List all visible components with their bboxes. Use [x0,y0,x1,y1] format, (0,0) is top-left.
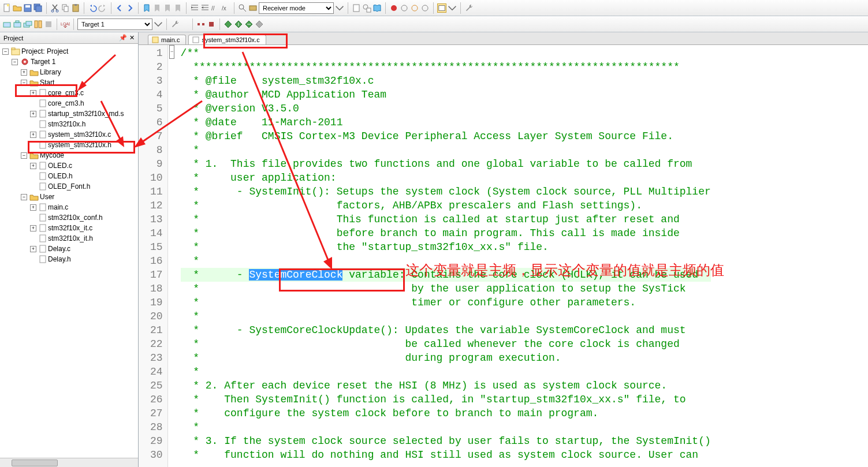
svg-point-21 [412,5,418,11]
tree-folder-start[interactable]: −Start [21,77,137,88]
svg-rect-26 [16,21,19,23]
tree-file[interactable]: stm32f10x.h [30,119,137,129]
fold-column[interactable]: − [168,45,176,467]
svg-rect-52 [40,235,46,242]
book-icon[interactable] [372,3,382,13]
dropdown-arrow-icon[interactable] [335,3,344,13]
panel-pin-icon[interactable]: 📌 [119,34,127,42]
project-hscroll[interactable] [0,458,138,467]
comment-icon[interactable]: // [211,3,220,13]
save-all-icon[interactable] [33,3,43,13]
tree-root[interactable]: − Project: Project [2,46,137,57]
tree-file[interactable]: stm32f10x_it.h [30,233,137,244]
svg-rect-48 [40,183,46,190]
step-diamond4-icon[interactable] [255,20,264,29]
toolbar-main: // /x Receiver mode [0,0,868,16]
outdent-icon[interactable] [200,3,210,13]
uncomment-icon[interactable]: /x [221,3,230,13]
build-icon[interactable] [13,20,22,29]
svg-point-14 [239,5,244,9]
window-icon[interactable] [437,3,446,13]
find-in-files-icon[interactable] [362,3,371,13]
svg-rect-18 [367,8,371,12]
new-file-icon[interactable] [2,3,12,13]
download-icon[interactable]: LOAD [61,20,70,29]
tree-file[interactable]: OLED_Font.h [30,181,137,192]
tree-file[interactable]: +Delay.c [30,244,137,254]
tree-file-system-c[interactable]: +system_stm32f10x.c [30,129,137,140]
svg-rect-24 [3,23,10,27]
tree-file[interactable]: +startup_stm32f10x_md.s [30,109,137,119]
svg-rect-54 [40,256,46,263]
tree-file[interactable]: Delay.h [30,254,137,264]
step-diamond3-icon[interactable] [244,20,254,29]
code-editor[interactable]: 1234567891011121314151617181920212223242… [139,45,868,467]
circle3-icon[interactable] [420,3,430,13]
options-icon[interactable] [170,20,180,29]
dropdown3-icon[interactable] [154,20,163,29]
indent-icon[interactable] [190,3,199,13]
doc-icon[interactable] [352,3,361,13]
tree-file[interactable]: core_cm3.h [30,98,137,109]
bookmark-next-icon[interactable] [163,3,172,13]
svg-rect-40 [40,89,46,96]
step-diamond2-icon[interactable] [234,20,243,29]
nav-back-icon[interactable] [115,3,124,13]
svg-rect-30 [39,21,42,28]
tree-file[interactable]: stm32f10x_conf.h [30,212,137,223]
tree-folder-mycode[interactable]: −Mycode [21,150,137,160]
receiver-mode-combo[interactable]: Receiver mode [259,2,334,14]
panel-close-icon[interactable]: ✕ [129,34,135,42]
svg-rect-47 [40,173,46,180]
undo-icon[interactable] [88,3,97,13]
nav-fwd-icon[interactable] [125,3,135,13]
tree-file[interactable]: +main.c [30,202,137,212]
open-icon[interactable] [13,3,22,13]
step-diamond1-icon[interactable] [223,20,233,29]
tree-file[interactable]: OLED.h [30,171,137,181]
project-title-bar: Project 📌 ✕ [0,32,138,44]
svg-rect-53 [40,245,46,252]
code-lines[interactable]: /** ************************************… [176,45,711,467]
editor-area: main.c system_stm32f10x.c 12345678910111… [139,32,868,467]
translate-icon[interactable] [2,20,12,29]
find-icon[interactable] [238,3,247,13]
tree-folder-library[interactable]: +Library [21,67,137,77]
tree-file[interactable]: +core_cm3.c [30,88,137,98]
svg-rect-3 [25,5,30,8]
tree-file[interactable]: +OLED.c [30,160,137,171]
tree-folder-user[interactable]: −User [21,192,137,202]
bookmark-prev-icon[interactable] [152,3,162,13]
paste-icon[interactable] [71,3,80,13]
debug-stop-icon[interactable] [207,20,216,29]
circle-icon[interactable] [400,3,409,13]
batch-build-icon[interactable] [33,20,43,29]
debug-run-icon[interactable] [196,20,206,29]
tree-target[interactable]: − Target 1 [12,57,137,67]
copy-icon[interactable] [61,3,70,13]
project-tree[interactable]: − Project: Project − Target 1 +Library [0,44,138,458]
dropdown2-icon[interactable] [448,3,457,13]
wrench-icon[interactable] [464,3,474,13]
svg-point-20 [401,5,407,11]
rebuild-icon[interactable] [23,20,32,29]
circle2-icon[interactable] [410,3,419,13]
tab-main-c[interactable]: main.c [148,35,186,44]
bookmark-icon[interactable] [142,3,151,13]
svg-rect-56 [193,37,199,43]
debug-config-icon[interactable] [248,3,258,13]
redo-icon[interactable] [98,3,107,13]
tree-file[interactable]: system_stm32f10x.h [30,140,137,150]
bookmark-clear-icon[interactable] [173,3,182,13]
target-combo[interactable]: Target 1 [77,18,152,30]
svg-text:/x: /x [222,5,226,12]
tab-system-stm32[interactable]: system_stm32f10x.c [188,35,266,44]
tree-file[interactable]: +stm32f10x_it.c [30,223,137,233]
svg-rect-33 [198,23,200,25]
cut-icon[interactable] [50,3,59,13]
project-title-label: Project [3,35,23,42]
stop-build-icon[interactable] [44,20,53,29]
rec-red-icon[interactable] [389,3,398,13]
svg-point-39 [24,61,26,63]
save-icon[interactable] [23,3,32,13]
